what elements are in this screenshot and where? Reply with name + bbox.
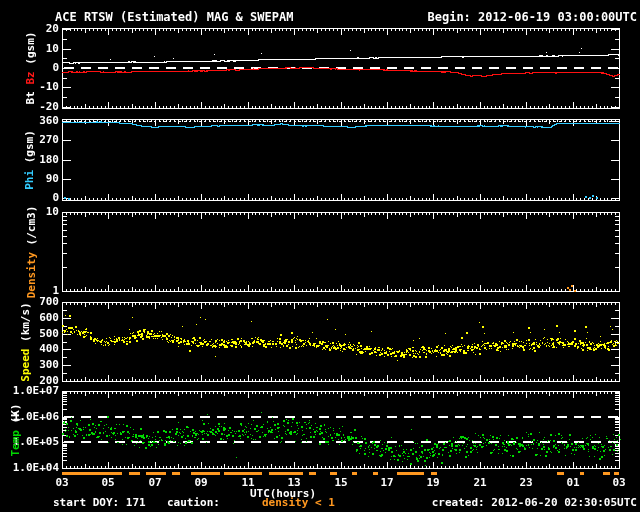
y-tick-label: 180 [39,154,59,166]
y-axis-unit-text: (/cm3) [25,205,38,251]
y-axis-unit-text: (gsm) [23,130,36,170]
ace-rtsw-plot: ACE RTSW (Estimated) MAG & SWEPAM Begin:… [0,0,640,512]
y-tick-label: 700 [39,296,59,308]
y-tick-label: 0 [52,62,59,74]
y-axis-unit-label-temp: Temp (K) [10,403,22,456]
y-axis-unit-text: Speed [19,348,32,381]
y-axis-unit-text: (km/s) [19,302,32,348]
x-tick-label: 09 [194,477,207,489]
panel-density [62,212,620,292]
y-tick-label: 10 [46,43,59,55]
y-tick-label: 360 [39,115,59,127]
x-tick-label: 15 [334,477,347,489]
y-tick-label: 270 [39,134,59,146]
x-tick-label: 23 [519,477,532,489]
y-tick-label: 1.0E+07 [13,385,59,397]
x-tick-label: 01 [566,477,579,489]
y-tick-label: 400 [39,343,59,355]
begin-timestamp: Begin: 2012-06-19 03:00:00UTC [427,11,637,24]
y-tick-label: -20 [39,101,59,113]
y-axis-unit-text: (K) [9,403,22,430]
y-tick-label: 0 [52,192,59,204]
y-tick-label: -10 [39,81,59,93]
y-axis-unit-text: Density [25,252,38,298]
y-tick-label: 90 [46,173,59,185]
y-axis-unit-text: Phi [23,169,36,189]
y-axis-unit-text: Bt [24,85,37,105]
y-tick-label: 1.0E+04 [13,462,59,474]
panel-mag-bt-bz [62,28,620,109]
panel-phi [62,119,620,201]
x-tick-label: 07 [148,477,161,489]
y-axis-unit-label-speed: Speed (km/s) [20,302,32,381]
x-tick-label: 17 [380,477,393,489]
y-axis-unit-text: (gsm) [24,32,37,72]
created-timestamp: created: 2012-06-20 02:30:05UTC [432,497,637,509]
page-title: ACE RTSW (Estimated) MAG & SWEPAM [55,11,293,24]
y-tick-label: 10 [46,206,59,218]
y-tick-label: 300 [39,359,59,371]
y-tick-label: 20 [46,23,59,35]
panel-speed [62,302,620,382]
x-tick-label: 05 [101,477,114,489]
y-axis-unit-text: Temp [9,430,22,457]
x-tick-label: 03 [55,477,68,489]
x-tick-label: 19 [426,477,439,489]
y-tick-label: 600 [39,312,59,324]
x-tick-label: 21 [473,477,486,489]
y-axis-unit-label-mag: Bt Bz (gsm) [25,32,37,105]
start-doy-label: start DOY: 171 [53,497,146,509]
panel-temp [62,391,620,469]
caution-value: density < 1 [262,497,335,509]
x-tick-label: 03 [612,477,625,489]
y-tick-label: 500 [39,328,59,340]
y-axis-unit-label-density: Density (/cm3) [26,205,38,298]
caution-label: caution: [167,497,220,509]
y-axis-unit-text: Bz [24,71,37,84]
y-axis-unit-label-phi: Phi (gsm) [24,130,36,190]
